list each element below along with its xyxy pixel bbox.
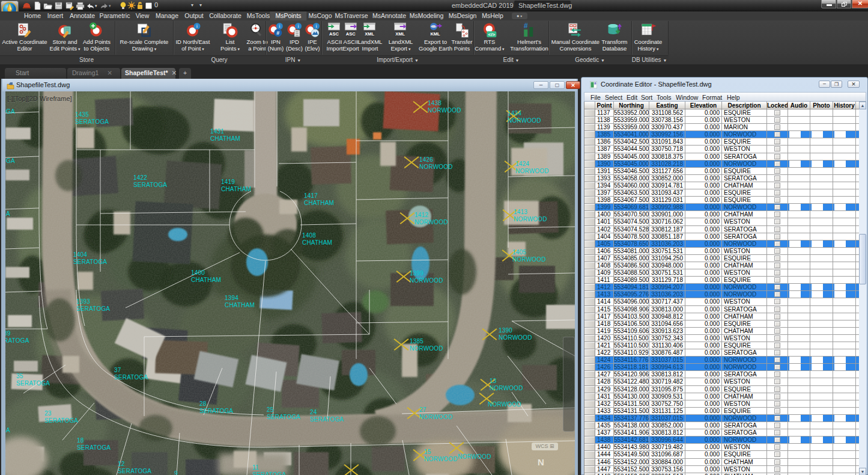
svg-text:ASC: ASC [346,31,356,37]
svg-text:#: # [524,22,528,30]
svg-text:#: # [276,30,279,36]
svg-text:XML: XML [365,31,375,37]
svg-text:ASC: ASC [330,31,339,37]
svg-text:XML: XML [396,31,405,37]
svg-text:KML: KML [430,31,440,37]
svg-text:</>: </> [488,32,495,37]
